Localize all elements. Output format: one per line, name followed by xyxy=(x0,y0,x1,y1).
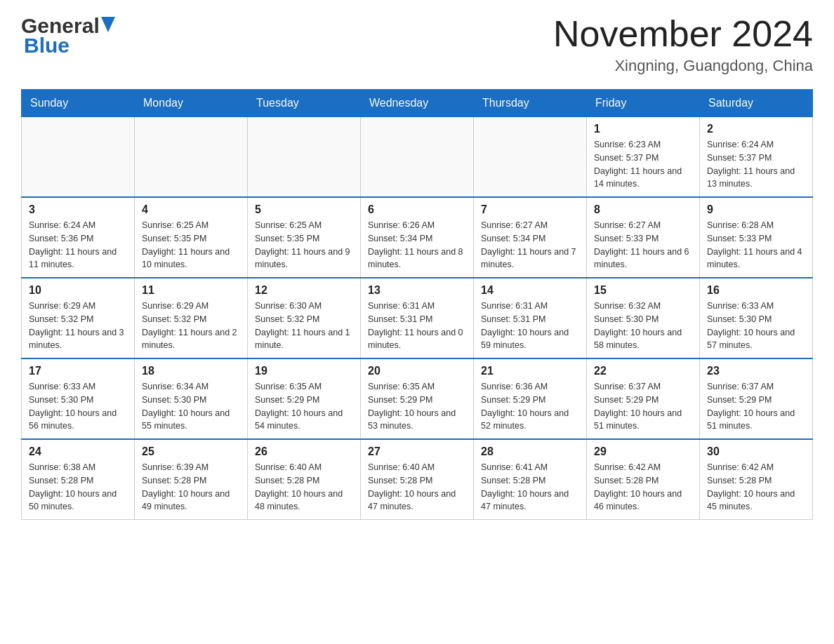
day-number: 27 xyxy=(368,445,466,458)
calendar-cell xyxy=(135,117,248,198)
calendar-cell xyxy=(248,117,361,198)
week-row-1: 1Sunrise: 6:23 AMSunset: 5:37 PMDaylight… xyxy=(22,117,813,198)
day-number: 22 xyxy=(594,365,692,377)
calendar-cell: 8Sunrise: 6:27 AMSunset: 5:33 PMDaylight… xyxy=(587,197,700,278)
calendar-cell xyxy=(22,117,135,198)
day-number: 14 xyxy=(481,284,579,297)
day-number: 12 xyxy=(255,284,353,297)
calendar-cell: 3Sunrise: 6:24 AMSunset: 5:36 PMDaylight… xyxy=(22,197,135,278)
calendar-cell: 30Sunrise: 6:42 AMSunset: 5:28 PMDayligh… xyxy=(700,439,813,520)
day-number: 17 xyxy=(29,365,127,377)
day-info: Sunrise: 6:25 AMSunset: 5:35 PMDaylight:… xyxy=(142,219,240,271)
week-row-3: 10Sunrise: 6:29 AMSunset: 5:32 PMDayligh… xyxy=(22,278,813,358)
day-number: 10 xyxy=(29,284,127,297)
calendar-cell: 14Sunrise: 6:31 AMSunset: 5:31 PMDayligh… xyxy=(474,278,587,358)
logo-blue-text: Blue xyxy=(21,34,70,58)
day-info: Sunrise: 6:37 AMSunset: 5:29 PMDaylight:… xyxy=(707,380,805,433)
day-number: 7 xyxy=(481,203,579,216)
weekday-header-saturday: Saturday xyxy=(700,90,813,117)
day-number: 9 xyxy=(707,203,805,216)
day-info: Sunrise: 6:33 AMSunset: 5:30 PMDaylight:… xyxy=(29,380,127,433)
calendar-body: 1Sunrise: 6:23 AMSunset: 5:37 PMDaylight… xyxy=(22,117,813,520)
day-info: Sunrise: 6:36 AMSunset: 5:29 PMDaylight:… xyxy=(481,380,579,433)
calendar-cell: 9Sunrise: 6:28 AMSunset: 5:33 PMDaylight… xyxy=(700,197,813,278)
calendar-cell: 28Sunrise: 6:41 AMSunset: 5:28 PMDayligh… xyxy=(474,439,587,520)
day-number: 29 xyxy=(594,445,692,458)
day-info: Sunrise: 6:37 AMSunset: 5:29 PMDaylight:… xyxy=(594,380,692,433)
month-title: November 2024 xyxy=(553,14,813,54)
day-number: 30 xyxy=(707,445,805,458)
day-info: Sunrise: 6:41 AMSunset: 5:28 PMDaylight:… xyxy=(481,461,579,514)
day-info: Sunrise: 6:35 AMSunset: 5:29 PMDaylight:… xyxy=(368,380,466,433)
day-info: Sunrise: 6:25 AMSunset: 5:35 PMDaylight:… xyxy=(255,219,353,271)
calendar-cell: 19Sunrise: 6:35 AMSunset: 5:29 PMDayligh… xyxy=(248,358,361,439)
day-info: Sunrise: 6:35 AMSunset: 5:29 PMDaylight:… xyxy=(255,380,353,433)
calendar-header: SundayMondayTuesdayWednesdayThursdayFrid… xyxy=(22,90,813,117)
day-number: 26 xyxy=(255,445,353,458)
day-number: 3 xyxy=(29,203,127,216)
day-number: 5 xyxy=(255,203,353,216)
calendar-cell: 11Sunrise: 6:29 AMSunset: 5:32 PMDayligh… xyxy=(135,278,248,358)
day-info: Sunrise: 6:27 AMSunset: 5:33 PMDaylight:… xyxy=(594,219,692,271)
calendar-cell xyxy=(361,117,474,198)
day-info: Sunrise: 6:34 AMSunset: 5:30 PMDaylight:… xyxy=(142,380,240,433)
weekday-header-thursday: Thursday xyxy=(474,90,587,117)
calendar-cell: 25Sunrise: 6:39 AMSunset: 5:28 PMDayligh… xyxy=(135,439,248,520)
calendar-table: SundayMondayTuesdayWednesdayThursdayFrid… xyxy=(21,89,813,520)
weekday-header-row: SundayMondayTuesdayWednesdayThursdayFrid… xyxy=(22,90,813,117)
day-number: 25 xyxy=(142,445,240,458)
day-info: Sunrise: 6:30 AMSunset: 5:32 PMDaylight:… xyxy=(255,300,353,352)
calendar-cell: 10Sunrise: 6:29 AMSunset: 5:32 PMDayligh… xyxy=(22,278,135,358)
day-number: 23 xyxy=(707,365,805,377)
day-number: 28 xyxy=(481,445,579,458)
calendar-cell: 5Sunrise: 6:25 AMSunset: 5:35 PMDaylight… xyxy=(248,197,361,278)
calendar-cell: 17Sunrise: 6:33 AMSunset: 5:30 PMDayligh… xyxy=(22,358,135,439)
day-number: 15 xyxy=(594,284,692,297)
day-info: Sunrise: 6:42 AMSunset: 5:28 PMDaylight:… xyxy=(707,461,805,514)
day-number: 19 xyxy=(255,365,353,377)
svg-marker-0 xyxy=(101,17,115,32)
location-text: Xingning, Guangdong, China xyxy=(553,57,813,75)
weekday-header-sunday: Sunday xyxy=(22,90,135,117)
day-number: 13 xyxy=(368,284,466,297)
calendar-cell xyxy=(474,117,587,198)
day-number: 16 xyxy=(707,284,805,297)
day-number: 2 xyxy=(707,123,805,135)
calendar-cell: 23Sunrise: 6:37 AMSunset: 5:29 PMDayligh… xyxy=(700,358,813,439)
day-number: 4 xyxy=(142,203,240,216)
weekday-header-wednesday: Wednesday xyxy=(361,90,474,117)
calendar-cell: 18Sunrise: 6:34 AMSunset: 5:30 PMDayligh… xyxy=(135,358,248,439)
calendar-cell: 4Sunrise: 6:25 AMSunset: 5:35 PMDaylight… xyxy=(135,197,248,278)
week-row-4: 17Sunrise: 6:33 AMSunset: 5:30 PMDayligh… xyxy=(22,358,813,439)
day-info: Sunrise: 6:31 AMSunset: 5:31 PMDaylight:… xyxy=(368,300,466,352)
calendar-cell: 13Sunrise: 6:31 AMSunset: 5:31 PMDayligh… xyxy=(361,278,474,358)
day-number: 24 xyxy=(29,445,127,458)
calendar-cell: 1Sunrise: 6:23 AMSunset: 5:37 PMDaylight… xyxy=(587,117,700,198)
day-number: 6 xyxy=(368,203,466,216)
calendar-cell: 2Sunrise: 6:24 AMSunset: 5:37 PMDaylight… xyxy=(700,117,813,198)
day-info: Sunrise: 6:40 AMSunset: 5:28 PMDaylight:… xyxy=(255,461,353,514)
day-info: Sunrise: 6:32 AMSunset: 5:30 PMDaylight:… xyxy=(594,300,692,352)
day-number: 21 xyxy=(481,365,579,377)
day-info: Sunrise: 6:24 AMSunset: 5:36 PMDaylight:… xyxy=(29,219,127,271)
day-number: 11 xyxy=(142,284,240,297)
day-number: 1 xyxy=(594,123,692,135)
day-info: Sunrise: 6:42 AMSunset: 5:28 PMDaylight:… xyxy=(594,461,692,514)
day-info: Sunrise: 6:33 AMSunset: 5:30 PMDaylight:… xyxy=(707,300,805,352)
logo: General Blue xyxy=(21,14,115,58)
calendar-cell: 16Sunrise: 6:33 AMSunset: 5:30 PMDayligh… xyxy=(700,278,813,358)
week-row-2: 3Sunrise: 6:24 AMSunset: 5:36 PMDaylight… xyxy=(22,197,813,278)
day-info: Sunrise: 6:29 AMSunset: 5:32 PMDaylight:… xyxy=(29,300,127,352)
day-info: Sunrise: 6:38 AMSunset: 5:28 PMDaylight:… xyxy=(29,461,127,514)
day-info: Sunrise: 6:40 AMSunset: 5:28 PMDaylight:… xyxy=(368,461,466,514)
day-number: 20 xyxy=(368,365,466,377)
weekday-header-monday: Monday xyxy=(135,90,248,117)
calendar-cell: 27Sunrise: 6:40 AMSunset: 5:28 PMDayligh… xyxy=(361,439,474,520)
day-info: Sunrise: 6:24 AMSunset: 5:37 PMDaylight:… xyxy=(707,138,805,191)
calendar-cell: 24Sunrise: 6:38 AMSunset: 5:28 PMDayligh… xyxy=(22,439,135,520)
title-block: November 2024 Xingning, Guangdong, China xyxy=(553,14,813,75)
day-number: 18 xyxy=(142,365,240,377)
calendar-cell: 26Sunrise: 6:40 AMSunset: 5:28 PMDayligh… xyxy=(248,439,361,520)
week-row-5: 24Sunrise: 6:38 AMSunset: 5:28 PMDayligh… xyxy=(22,439,813,520)
weekday-header-tuesday: Tuesday xyxy=(248,90,361,117)
